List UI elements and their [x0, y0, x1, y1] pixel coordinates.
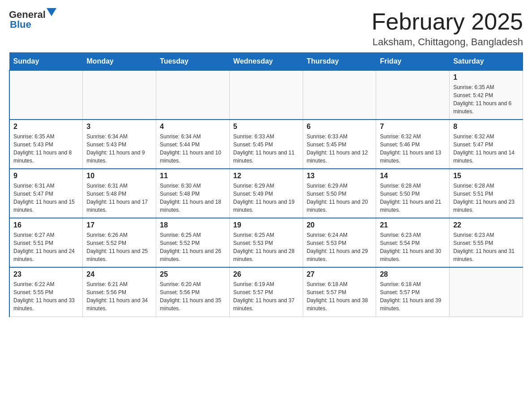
calendar-cell: 20Sunrise: 6:24 AM Sunset: 5:53 PM Dayli… [303, 218, 376, 267]
day-number: 14 [380, 172, 446, 180]
day-info: Sunrise: 6:26 AM Sunset: 5:52 PM Dayligh… [86, 231, 152, 263]
calendar-cell: 6Sunrise: 6:33 AM Sunset: 5:45 PM Daylig… [303, 120, 376, 169]
header-sunday: Sunday [9, 53, 83, 71]
day-number: 8 [453, 123, 519, 131]
calendar-week-row: 23Sunrise: 6:22 AM Sunset: 5:55 PM Dayli… [9, 267, 523, 317]
day-info: Sunrise: 6:29 AM Sunset: 5:49 PM Dayligh… [233, 182, 299, 214]
day-info: Sunrise: 6:24 AM Sunset: 5:53 PM Dayligh… [307, 231, 373, 263]
page-header: General Blue February 2025 Laksham, Chit… [9, 9, 523, 48]
svg-marker-0 [47, 8, 56, 16]
calendar-cell [83, 70, 156, 120]
calendar-cell: 18Sunrise: 6:25 AM Sunset: 5:52 PM Dayli… [156, 218, 230, 267]
header-saturday: Saturday [450, 53, 523, 71]
calendar-cell [229, 70, 303, 120]
calendar-cell: 21Sunrise: 6:23 AM Sunset: 5:54 PM Dayli… [376, 218, 450, 267]
day-info: Sunrise: 6:33 AM Sunset: 5:45 PM Dayligh… [307, 133, 373, 165]
header-monday: Monday [83, 53, 156, 71]
header-thursday: Thursday [303, 53, 376, 71]
day-info: Sunrise: 6:18 AM Sunset: 5:57 PM Dayligh… [307, 280, 373, 313]
day-info: Sunrise: 6:25 AM Sunset: 5:52 PM Dayligh… [160, 231, 226, 263]
calendar-cell: 13Sunrise: 6:29 AM Sunset: 5:50 PM Dayli… [303, 169, 376, 218]
day-info: Sunrise: 6:22 AM Sunset: 5:55 PM Dayligh… [13, 280, 79, 313]
day-number: 18 [160, 221, 226, 229]
day-info: Sunrise: 6:19 AM Sunset: 5:57 PM Dayligh… [233, 280, 299, 313]
day-number: 12 [233, 172, 299, 180]
day-info: Sunrise: 6:31 AM Sunset: 5:48 PM Dayligh… [86, 182, 152, 214]
day-info: Sunrise: 6:23 AM Sunset: 5:55 PM Dayligh… [453, 231, 519, 263]
calendar-cell [303, 70, 376, 120]
day-info: Sunrise: 6:27 AM Sunset: 5:51 PM Dayligh… [13, 231, 79, 263]
header-tuesday: Tuesday [156, 53, 230, 71]
day-info: Sunrise: 6:35 AM Sunset: 5:42 PM Dayligh… [453, 83, 519, 116]
calendar-cell: 14Sunrise: 6:28 AM Sunset: 5:50 PM Dayli… [376, 169, 450, 218]
calendar-cell [9, 70, 83, 120]
day-info: Sunrise: 6:29 AM Sunset: 5:50 PM Dayligh… [307, 182, 373, 214]
day-info: Sunrise: 6:32 AM Sunset: 5:46 PM Dayligh… [380, 133, 446, 165]
header-friday: Friday [376, 53, 450, 71]
calendar-cell: 19Sunrise: 6:25 AM Sunset: 5:53 PM Dayli… [229, 218, 303, 267]
day-number: 16 [13, 221, 79, 229]
calendar-cell: 7Sunrise: 6:32 AM Sunset: 5:46 PM Daylig… [376, 120, 450, 169]
day-number: 25 [160, 270, 226, 278]
day-info: Sunrise: 6:25 AM Sunset: 5:53 PM Dayligh… [233, 231, 299, 263]
calendar-cell: 26Sunrise: 6:19 AM Sunset: 5:57 PM Dayli… [229, 267, 303, 317]
location-subtitle: Laksham, Chittagong, Bangladesh [372, 36, 523, 48]
day-number: 1 [453, 73, 519, 81]
day-info: Sunrise: 6:23 AM Sunset: 5:54 PM Dayligh… [380, 231, 446, 263]
calendar-cell: 17Sunrise: 6:26 AM Sunset: 5:52 PM Dayli… [83, 218, 156, 267]
day-number: 19 [233, 221, 299, 229]
day-info: Sunrise: 6:34 AM Sunset: 5:44 PM Dayligh… [160, 133, 226, 165]
day-number: 6 [307, 123, 373, 131]
day-info: Sunrise: 6:32 AM Sunset: 5:47 PM Dayligh… [453, 133, 519, 165]
calendar-cell [156, 70, 230, 120]
day-info: Sunrise: 6:28 AM Sunset: 5:51 PM Dayligh… [453, 182, 519, 214]
calendar-cell [376, 70, 450, 120]
day-info: Sunrise: 6:31 AM Sunset: 5:47 PM Dayligh… [13, 182, 79, 214]
day-number: 27 [307, 270, 373, 278]
day-info: Sunrise: 6:21 AM Sunset: 5:56 PM Dayligh… [86, 280, 152, 313]
calendar-cell: 23Sunrise: 6:22 AM Sunset: 5:55 PM Dayli… [9, 267, 83, 317]
calendar-cell: 2Sunrise: 6:35 AM Sunset: 5:43 PM Daylig… [9, 120, 83, 169]
calendar-cell: 12Sunrise: 6:29 AM Sunset: 5:49 PM Dayli… [229, 169, 303, 218]
calendar-cell: 15Sunrise: 6:28 AM Sunset: 5:51 PM Dayli… [450, 169, 523, 218]
day-number: 3 [86, 123, 152, 131]
calendar-cell: 8Sunrise: 6:32 AM Sunset: 5:47 PM Daylig… [450, 120, 523, 169]
logo-triangle-icon [47, 8, 56, 18]
day-info: Sunrise: 6:33 AM Sunset: 5:45 PM Dayligh… [233, 133, 299, 165]
day-info: Sunrise: 6:34 AM Sunset: 5:43 PM Dayligh… [86, 133, 152, 165]
calendar-cell: 11Sunrise: 6:30 AM Sunset: 5:48 PM Dayli… [156, 169, 230, 218]
day-info: Sunrise: 6:30 AM Sunset: 5:48 PM Dayligh… [160, 182, 226, 214]
calendar-cell [450, 267, 523, 317]
day-number: 5 [233, 123, 299, 131]
month-title: February 2025 [372, 9, 523, 34]
calendar-cell: 10Sunrise: 6:31 AM Sunset: 5:48 PM Dayli… [83, 169, 156, 218]
calendar-week-row: 1Sunrise: 6:35 AM Sunset: 5:42 PM Daylig… [9, 70, 523, 120]
day-info: Sunrise: 6:18 AM Sunset: 5:57 PM Dayligh… [380, 280, 446, 313]
day-number: 2 [13, 123, 79, 131]
calendar-week-row: 16Sunrise: 6:27 AM Sunset: 5:51 PM Dayli… [9, 218, 523, 267]
header-wednesday: Wednesday [229, 53, 303, 71]
calendar-cell: 5Sunrise: 6:33 AM Sunset: 5:45 PM Daylig… [229, 120, 303, 169]
calendar-cell: 16Sunrise: 6:27 AM Sunset: 5:51 PM Dayli… [9, 218, 83, 267]
calendar-table: SundayMondayTuesdayWednesdayThursdayFrid… [9, 52, 523, 317]
calendar-week-row: 2Sunrise: 6:35 AM Sunset: 5:43 PM Daylig… [9, 120, 523, 169]
title-block: February 2025 Laksham, Chittagong, Bangl… [372, 9, 523, 48]
day-number: 28 [380, 270, 446, 278]
day-number: 4 [160, 123, 226, 131]
logo-blue-text: Blue [10, 19, 31, 30]
day-number: 17 [86, 221, 152, 229]
day-info: Sunrise: 6:28 AM Sunset: 5:50 PM Dayligh… [380, 182, 446, 214]
day-info: Sunrise: 6:20 AM Sunset: 5:56 PM Dayligh… [160, 280, 226, 313]
calendar-cell: 28Sunrise: 6:18 AM Sunset: 5:57 PM Dayli… [376, 267, 450, 317]
day-number: 23 [13, 270, 79, 278]
day-number: 11 [160, 172, 226, 180]
day-number: 13 [307, 172, 373, 180]
day-number: 10 [86, 172, 152, 180]
day-number: 9 [13, 172, 79, 180]
day-number: 7 [380, 123, 446, 131]
day-number: 26 [233, 270, 299, 278]
logo: General Blue [9, 9, 56, 30]
day-number: 22 [453, 221, 519, 229]
calendar-cell: 22Sunrise: 6:23 AM Sunset: 5:55 PM Dayli… [450, 218, 523, 267]
calendar-cell: 1Sunrise: 6:35 AM Sunset: 5:42 PM Daylig… [450, 70, 523, 120]
